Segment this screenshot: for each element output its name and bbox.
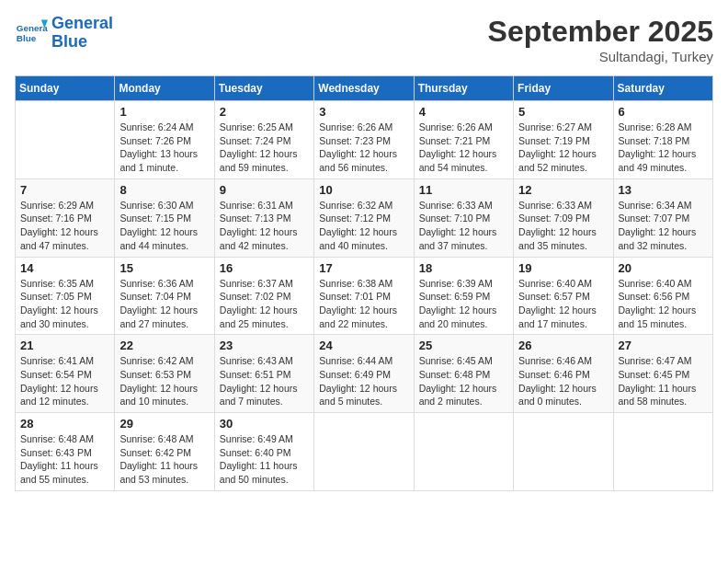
day-info: Sunrise: 6:24 AMSunset: 7:26 PMDaylight:… — [119, 121, 209, 175]
day-number: 3 — [319, 105, 408, 119]
day-number: 22 — [119, 339, 209, 352]
day-info: Sunrise: 6:44 AMSunset: 6:49 PMDaylight:… — [319, 354, 408, 408]
day-number: 14 — [20, 261, 109, 275]
calendar-cell: 24Sunrise: 6:44 AMSunset: 6:49 PMDayligh… — [314, 335, 414, 413]
day-info: Sunrise: 6:35 AMSunset: 7:05 PMDaylight:… — [20, 277, 109, 331]
calendar-cell — [314, 413, 414, 491]
calendar-cell: 12Sunrise: 6:33 AMSunset: 7:09 PMDayligh… — [514, 178, 613, 257]
day-info: Sunrise: 6:30 AMSunset: 7:15 PMDaylight:… — [119, 199, 209, 253]
day-number: 17 — [319, 261, 408, 275]
calendar-table: SundayMondayTuesdayWednesdayThursdayFrid… — [15, 75, 713, 491]
day-info: Sunrise: 6:47 AMSunset: 6:45 PMDaylight:… — [619, 354, 708, 408]
day-info: Sunrise: 6:46 AMSunset: 6:46 PMDaylight:… — [518, 354, 608, 408]
day-number: 9 — [220, 183, 309, 197]
day-info: Sunrise: 6:33 AMSunset: 7:10 PMDaylight:… — [419, 199, 508, 253]
day-info: Sunrise: 6:26 AMSunset: 7:21 PMDaylight:… — [419, 121, 508, 175]
day-info: Sunrise: 6:39 AMSunset: 6:59 PMDaylight:… — [419, 277, 508, 331]
day-number: 8 — [119, 183, 209, 197]
calendar-cell: 17Sunrise: 6:38 AMSunset: 7:01 PMDayligh… — [314, 257, 414, 335]
day-number: 24 — [319, 339, 408, 352]
calendar-cell — [16, 101, 115, 179]
day-info: Sunrise: 6:33 AMSunset: 7:09 PMDaylight:… — [518, 199, 608, 253]
day-info: Sunrise: 6:40 AMSunset: 6:56 PMDaylight:… — [619, 277, 708, 331]
calendar-cell: 23Sunrise: 6:43 AMSunset: 6:51 PMDayligh… — [214, 335, 313, 413]
day-number: 21 — [20, 339, 109, 352]
day-info: Sunrise: 6:37 AMSunset: 7:02 PMDaylight:… — [220, 277, 309, 331]
weekday-header-thursday: Thursday — [414, 76, 513, 101]
calendar-cell: 21Sunrise: 6:41 AMSunset: 6:54 PMDayligh… — [16, 335, 115, 413]
page-header: General Blue General Blue September 2025… — [15, 15, 713, 64]
calendar-week-row: 1Sunrise: 6:24 AMSunset: 7:26 PMDaylight… — [16, 101, 713, 179]
logo-icon: General Blue — [15, 17, 48, 50]
day-number: 29 — [119, 417, 209, 431]
calendar-cell: 3Sunrise: 6:26 AMSunset: 7:23 PMDaylight… — [314, 101, 414, 179]
day-info: Sunrise: 6:25 AMSunset: 7:24 PMDaylight:… — [220, 121, 309, 175]
day-number: 26 — [518, 339, 608, 352]
calendar-cell: 10Sunrise: 6:32 AMSunset: 7:12 PMDayligh… — [314, 178, 414, 257]
day-number: 13 — [619, 183, 708, 197]
day-number: 10 — [319, 183, 408, 197]
day-number: 1 — [119, 105, 209, 119]
day-number: 2 — [220, 105, 309, 119]
calendar-cell: 13Sunrise: 6:34 AMSunset: 7:07 PMDayligh… — [613, 178, 712, 257]
day-info: Sunrise: 6:48 AMSunset: 6:42 PMDaylight:… — [119, 432, 209, 487]
day-number: 23 — [220, 339, 309, 352]
calendar-cell: 6Sunrise: 6:28 AMSunset: 7:18 PMDaylight… — [613, 101, 712, 179]
calendar-cell: 19Sunrise: 6:40 AMSunset: 6:57 PMDayligh… — [514, 257, 613, 335]
calendar-cell — [414, 413, 513, 491]
day-info: Sunrise: 6:43 AMSunset: 6:51 PMDaylight:… — [220, 354, 309, 408]
day-number: 25 — [419, 339, 508, 352]
day-number: 4 — [419, 105, 508, 119]
calendar-cell: 30Sunrise: 6:49 AMSunset: 6:40 PMDayligh… — [214, 413, 313, 491]
calendar-cell: 5Sunrise: 6:27 AMSunset: 7:19 PMDaylight… — [514, 101, 613, 179]
month-title: September 2025 — [488, 15, 713, 49]
day-info: Sunrise: 6:34 AMSunset: 7:07 PMDaylight:… — [619, 199, 708, 253]
day-number: 30 — [220, 417, 309, 431]
weekday-header-row: SundayMondayTuesdayWednesdayThursdayFrid… — [16, 76, 713, 101]
weekday-header-monday: Monday — [115, 76, 214, 101]
day-info: Sunrise: 6:40 AMSunset: 6:57 PMDaylight:… — [518, 277, 608, 331]
weekday-header-saturday: Saturday — [613, 76, 712, 101]
svg-text:Blue: Blue — [17, 33, 37, 43]
weekday-header-tuesday: Tuesday — [214, 76, 313, 101]
day-number: 12 — [518, 183, 608, 197]
day-info: Sunrise: 6:41 AMSunset: 6:54 PMDaylight:… — [20, 354, 109, 408]
calendar-week-row: 28Sunrise: 6:48 AMSunset: 6:43 PMDayligh… — [16, 413, 713, 491]
day-number: 11 — [419, 183, 508, 197]
calendar-cell: 4Sunrise: 6:26 AMSunset: 7:21 PMDaylight… — [414, 101, 513, 179]
day-info: Sunrise: 6:27 AMSunset: 7:19 PMDaylight:… — [518, 121, 608, 175]
day-number: 15 — [119, 261, 209, 275]
day-number: 20 — [619, 261, 708, 275]
day-number: 19 — [518, 261, 608, 275]
day-info: Sunrise: 6:48 AMSunset: 6:43 PMDaylight:… — [20, 432, 109, 487]
calendar-cell: 16Sunrise: 6:37 AMSunset: 7:02 PMDayligh… — [214, 257, 313, 335]
calendar-cell — [514, 413, 613, 491]
day-number: 18 — [419, 261, 508, 275]
calendar-cell: 15Sunrise: 6:36 AMSunset: 7:04 PMDayligh… — [115, 257, 214, 335]
calendar-week-row: 21Sunrise: 6:41 AMSunset: 6:54 PMDayligh… — [16, 335, 713, 413]
calendar-cell: 1Sunrise: 6:24 AMSunset: 7:26 PMDaylight… — [115, 101, 214, 179]
title-block: September 2025 Sultandagi, Turkey — [488, 15, 713, 64]
day-info: Sunrise: 6:36 AMSunset: 7:04 PMDaylight:… — [119, 277, 209, 331]
day-info: Sunrise: 6:45 AMSunset: 6:48 PMDaylight:… — [419, 354, 508, 408]
calendar-cell: 8Sunrise: 6:30 AMSunset: 7:15 PMDaylight… — [115, 178, 214, 257]
day-info: Sunrise: 6:28 AMSunset: 7:18 PMDaylight:… — [619, 121, 708, 175]
calendar-cell: 9Sunrise: 6:31 AMSunset: 7:13 PMDaylight… — [214, 178, 313, 257]
calendar-cell: 29Sunrise: 6:48 AMSunset: 6:42 PMDayligh… — [115, 413, 214, 491]
svg-text:General: General — [17, 23, 48, 33]
weekday-header-sunday: Sunday — [16, 76, 115, 101]
day-info: Sunrise: 6:26 AMSunset: 7:23 PMDaylight:… — [319, 121, 408, 175]
weekday-header-friday: Friday — [514, 76, 613, 101]
calendar-cell — [613, 413, 712, 491]
calendar-cell: 22Sunrise: 6:42 AMSunset: 6:53 PMDayligh… — [115, 335, 214, 413]
calendar-week-row: 14Sunrise: 6:35 AMSunset: 7:05 PMDayligh… — [16, 257, 713, 335]
calendar-cell: 11Sunrise: 6:33 AMSunset: 7:10 PMDayligh… — [414, 178, 513, 257]
day-info: Sunrise: 6:49 AMSunset: 6:40 PMDaylight:… — [220, 432, 309, 487]
calendar-cell: 14Sunrise: 6:35 AMSunset: 7:05 PMDayligh… — [16, 257, 115, 335]
day-number: 16 — [220, 261, 309, 275]
day-number: 6 — [619, 105, 708, 119]
day-info: Sunrise: 6:32 AMSunset: 7:12 PMDaylight:… — [319, 199, 408, 253]
day-number: 7 — [20, 183, 109, 197]
location-subtitle: Sultandagi, Turkey — [488, 49, 713, 64]
logo-text: General Blue — [51, 15, 113, 52]
